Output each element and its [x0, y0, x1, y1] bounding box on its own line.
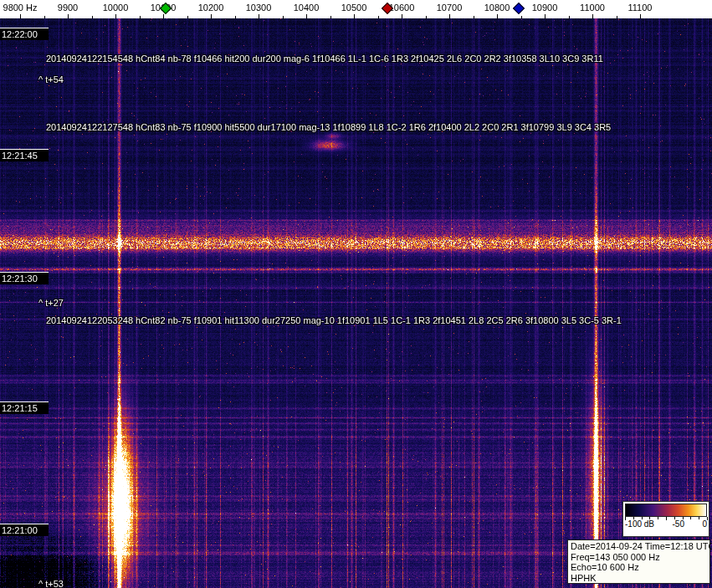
time-caret-annotation-2: ^ t+27 — [38, 298, 64, 308]
freq-tick-mark — [617, 16, 617, 18]
freq-tick-label-10900: 10900 — [532, 3, 558, 13]
freq-tick-mark — [259, 14, 259, 18]
freq-tick-mark — [163, 14, 164, 18]
spectrogram-app: 9800 Hz990010000101001020010300104001050… — [0, 0, 712, 588]
legend-tick-mark — [633, 517, 634, 519]
freq-tick-mark — [521, 16, 522, 18]
spectrogram-canvas[interactable] — [0, 18, 712, 588]
freq-tick-label-9800: 9800 Hz — [3, 3, 38, 13]
legend-ticks — [625, 517, 707, 520]
info-station: HPHK — [571, 573, 707, 584]
freq-tick-label-10200: 10200 — [198, 3, 224, 13]
freq-tick-label-10400: 10400 — [294, 3, 320, 13]
freq-tick-mark — [378, 16, 379, 18]
event-annotation-1: 20140924122154548 hCnt84 nb-78 f10466 hi… — [46, 54, 603, 64]
legend-tick-mark — [690, 517, 691, 519]
freq-tick-mark — [474, 16, 474, 18]
event-annotation-2: 20140924122127548 hCnt83 nb-75 f10900 hi… — [46, 122, 611, 132]
freq-tick-mark — [235, 16, 236, 18]
info-echo: Echo=10 600 Hz — [571, 562, 707, 573]
legend-tick-mark — [658, 517, 658, 519]
freq-tick-mark — [44, 16, 45, 18]
freq-tick-mark — [497, 14, 498, 18]
legend-tick-mark — [699, 517, 699, 519]
freq-tick-mark — [592, 14, 593, 18]
freq-tick-mark — [402, 14, 402, 18]
info-date-time: Date=2014-09-24 Time=12:18 UTC — [571, 541, 707, 552]
freq-tick-mark — [92, 16, 93, 18]
legend-tick-mark — [649, 517, 650, 519]
freq-tick-label-11100: 11100 — [628, 3, 653, 13]
blue-diamond-marker[interactable] — [513, 3, 525, 14]
freq-tick-mark — [20, 14, 21, 18]
freq-tick-label-10500: 10500 — [341, 3, 367, 13]
freq-tick-label-10800: 10800 — [484, 3, 510, 13]
legend-labels: -100 dB -50 0 — [625, 520, 707, 529]
info-frequency: Freq=143 050 000 Hz — [571, 552, 707, 563]
freq-tick-mark — [545, 14, 546, 18]
freq-tick-label-10700: 10700 — [437, 3, 463, 13]
freq-tick-label-10300: 10300 — [246, 3, 272, 13]
freq-tick-mark — [640, 14, 641, 18]
freq-tick-label-11000: 11000 — [580, 3, 605, 13]
time-caret-annotation-3: ^ t+53 — [38, 579, 64, 588]
freq-tick-mark — [115, 14, 116, 18]
legend-label-max: 0 — [702, 520, 707, 529]
legend-tick-mark — [666, 517, 667, 520]
color-gradient-bar — [625, 504, 707, 517]
freq-tick-mark — [283, 16, 284, 18]
legend-label-mid: -50 — [673, 520, 684, 529]
legend-label-min: -100 dB — [625, 520, 654, 529]
freq-tick-mark — [68, 14, 69, 18]
freq-tick-mark — [330, 16, 331, 18]
freq-tick-mark — [187, 16, 188, 18]
legend-tick-mark — [683, 517, 684, 519]
legend-tick-mark — [674, 517, 675, 519]
freq-tick-label-10000: 10000 — [103, 3, 129, 13]
legend-tick-mark — [707, 517, 708, 520]
freq-tick-mark — [449, 14, 450, 18]
freq-tick-mark — [306, 14, 307, 18]
time-caret-annotation-1: ^ t+54 — [38, 74, 64, 84]
legend-tick-mark — [642, 517, 643, 519]
freq-tick-mark — [140, 16, 141, 18]
legend-tick-mark — [625, 517, 626, 520]
status-info-box: Date=2014-09-24 Time=12:18 UTC Freq=143 … — [567, 539, 710, 584]
db-color-scale: -100 dB -50 0 — [622, 501, 709, 537]
frequency-axis: 9800 Hz990010000101001020010300104001050… — [0, 0, 712, 18]
freq-tick-mark — [211, 14, 212, 18]
freq-tick-mark — [569, 16, 570, 18]
freq-tick-mark — [426, 16, 427, 18]
freq-tick-mark — [354, 14, 355, 18]
event-annotation-3: 20140924122053248 hCnt82 nb-75 f10901 hi… — [46, 315, 622, 325]
freq-tick-label-9900: 9900 — [58, 3, 78, 13]
